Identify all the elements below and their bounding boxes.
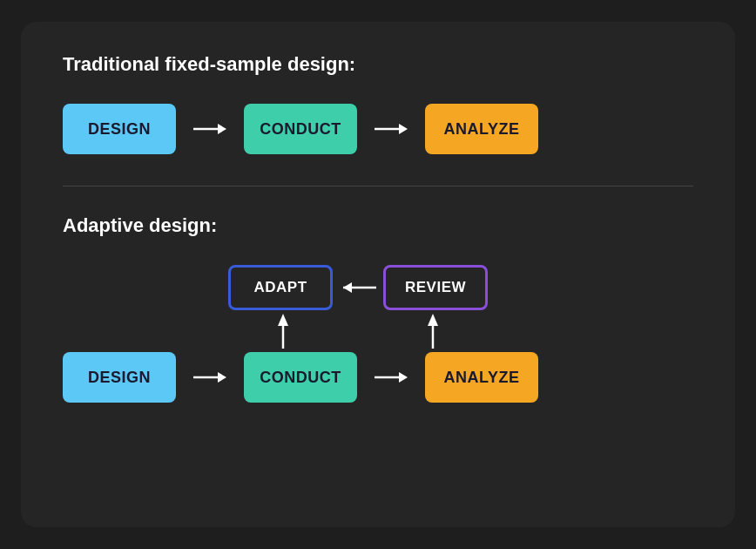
adaptive-conduct-label: CONDUCT: [260, 369, 341, 387]
adaptive-adapt-label: ADAPT: [253, 279, 307, 296]
adaptive-section: Adaptive design: ADAPT REVI: [63, 214, 693, 403]
adaptive-review-box: REVIEW: [383, 265, 488, 310]
traditional-design-label: DESIGN: [88, 120, 151, 139]
adaptive-layout: ADAPT REVIEW: [63, 265, 693, 403]
adaptive-analyze-box: ANALYZE: [425, 352, 538, 403]
top-boxes-row: ADAPT REVIEW: [228, 265, 488, 310]
adaptive-design-box: DESIGN: [63, 352, 176, 403]
arrow-adaptive-design-to-conduct: [193, 369, 226, 385]
adaptive-analyze-label: ANALYZE: [444, 369, 520, 387]
arrow-conduct-to-adapt: [228, 310, 338, 352]
arrow-conduct-to-review: [378, 310, 488, 352]
traditional-design-box: DESIGN: [63, 104, 176, 154]
traditional-conduct-label: CONDUCT: [260, 120, 341, 139]
arrow-design-to-conduct: [193, 121, 226, 137]
traditional-section: Traditional fixed-sample design: DESIGN …: [63, 53, 693, 154]
adaptive-review-label: REVIEW: [405, 279, 466, 296]
adaptive-design-label: DESIGN: [88, 369, 151, 387]
svg-marker-7: [278, 314, 288, 326]
main-card: Traditional fixed-sample design: DESIGN …: [21, 22, 735, 527]
traditional-analyze-box: ANALYZE: [425, 104, 538, 154]
arrow-gap-spacer: [338, 310, 378, 352]
traditional-conduct-box: CONDUCT: [244, 104, 357, 154]
arrow-adaptive-conduct-to-analyze: [375, 369, 408, 385]
arrow-review-to-adapt: [333, 280, 383, 295]
svg-marker-3: [399, 124, 408, 134]
traditional-title: Traditional fixed-sample design:: [63, 53, 693, 76]
svg-marker-11: [218, 372, 226, 383]
traditional-analyze-label: ANALYZE: [444, 120, 520, 139]
svg-marker-9: [428, 314, 438, 326]
traditional-flow: DESIGN CONDUCT ANALYZE: [63, 104, 693, 154]
svg-marker-13: [399, 372, 408, 383]
arrow-conduct-to-analyze: [375, 121, 408, 137]
adaptive-bottom-flow: DESIGN CONDUCT: [63, 352, 693, 403]
vertical-arrows-container: [228, 310, 693, 352]
section-divider: [63, 186, 693, 186]
adaptive-conduct-box: CONDUCT: [244, 352, 357, 403]
adapt-review-container: ADAPT REVIEW: [228, 265, 693, 352]
adaptive-title: Adaptive design:: [63, 214, 693, 237]
svg-marker-1: [218, 124, 226, 134]
adaptive-adapt-box: ADAPT: [228, 265, 333, 310]
